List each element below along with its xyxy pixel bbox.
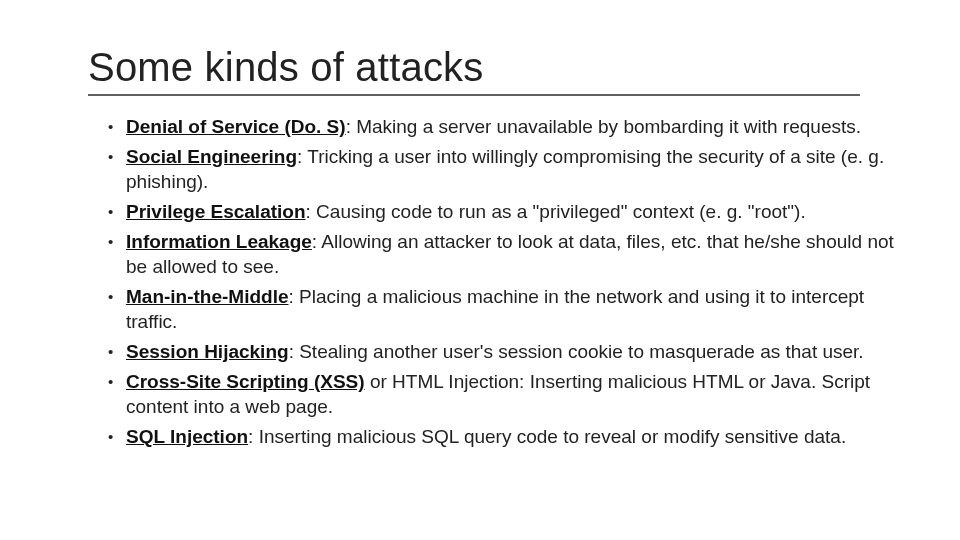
list-item: • Privilege Escalation: Causing code to … — [108, 199, 900, 225]
list-item: • Man-in-the-Middle: Placing a malicious… — [108, 284, 900, 335]
bullet-text: Session Hijacking: Stealing another user… — [126, 339, 900, 365]
bullet-icon: • — [108, 369, 126, 395]
term: Social Engineering — [126, 146, 297, 167]
desc: : Causing code to run as a "privileged" … — [306, 201, 806, 222]
slide: Some kinds of attacks • Denial of Servic… — [0, 45, 960, 540]
bullet-text: Cross-Site Scripting (XSS) or HTML Injec… — [126, 369, 900, 420]
bullet-icon: • — [108, 339, 126, 365]
list-item: • SQL Injection: Inserting malicious SQL… — [108, 424, 900, 450]
term: Information Leakage — [126, 231, 312, 252]
list-item: • Information Leakage: Allowing an attac… — [108, 229, 900, 280]
desc: : Stealing another user's session cookie… — [289, 341, 864, 362]
bullet-icon: • — [108, 424, 126, 450]
list-item: • Denial of Service (Do. S): Making a se… — [108, 114, 900, 140]
term: Cross-Site Scripting (XSS) — [126, 371, 365, 392]
bullet-text: Social Engineering: Tricking a user into… — [126, 144, 900, 195]
bullet-icon: • — [108, 199, 126, 225]
desc: : Inserting malicious SQL query code to … — [248, 426, 846, 447]
desc: : Making a server unavailable by bombard… — [346, 116, 861, 137]
title-underline — [88, 94, 860, 96]
bullet-text: Denial of Service (Do. S): Making a serv… — [126, 114, 900, 140]
term: Privilege Escalation — [126, 201, 306, 222]
term: SQL Injection — [126, 426, 248, 447]
bullet-text: Privilege Escalation: Causing code to ru… — [126, 199, 900, 225]
term: Session Hijacking — [126, 341, 289, 362]
list-item: • Session Hijacking: Stealing another us… — [108, 339, 900, 365]
bullet-icon: • — [108, 114, 126, 140]
bullet-text: Information Leakage: Allowing an attacke… — [126, 229, 900, 280]
slide-title: Some kinds of attacks — [88, 45, 960, 90]
bullet-icon: • — [108, 144, 126, 170]
bullet-text: SQL Injection: Inserting malicious SQL q… — [126, 424, 900, 450]
bullet-icon: • — [108, 229, 126, 255]
term: Denial of Service (Do. S) — [126, 116, 346, 137]
list-item: • Cross-Site Scripting (XSS) or HTML Inj… — [108, 369, 900, 420]
bullet-text: Man-in-the-Middle: Placing a malicious m… — [126, 284, 900, 335]
bullet-list: • Denial of Service (Do. S): Making a se… — [108, 114, 900, 450]
bullet-icon: • — [108, 284, 126, 310]
term: Man-in-the-Middle — [126, 286, 289, 307]
list-item: • Social Engineering: Tricking a user in… — [108, 144, 900, 195]
